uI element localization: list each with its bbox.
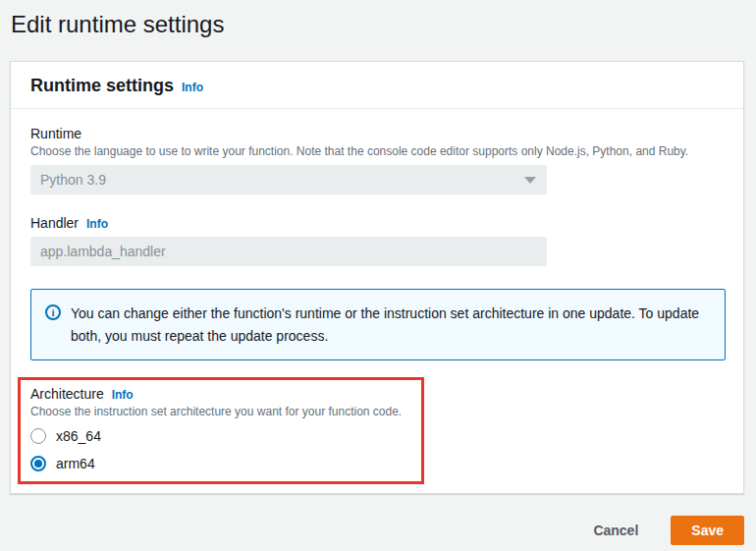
handler-info-link[interactable]: Info — [86, 217, 108, 231]
runtime-settings-info-link[interactable]: Info — [182, 81, 203, 94]
save-button[interactable]: Save — [671, 516, 744, 545]
radio-label-x86-64: x86_64 — [56, 428, 101, 444]
handler-field: Handler Info app.lambda_handler — [30, 214, 724, 266]
page-title: Edit runtime settings — [0, 0, 756, 39]
runtime-field: Runtime Choose the language to use to wr… — [30, 125, 724, 194]
annotation-highlight-box: Architecture Info Choose the instruction… — [18, 377, 424, 484]
panel-body: Runtime Choose the language to use to wr… — [11, 109, 743, 493]
runtime-description: Choose the language to use to write your… — [30, 143, 724, 159]
architecture-description: Choose the instruction set architecture … — [30, 404, 411, 419]
radio-button-icon[interactable] — [30, 456, 46, 471]
handler-label: Handler — [30, 214, 79, 232]
runtime-settings-panel: Runtime settings Info Runtime Choose the… — [10, 61, 744, 494]
handler-input: app.lambda_handler — [30, 237, 547, 266]
architecture-label: Architecture — [30, 385, 104, 403]
radio-button-icon[interactable] — [30, 428, 46, 444]
runtime-label: Runtime — [30, 125, 81, 142]
runtime-select: Python 3.9 — [30, 165, 547, 194]
cancel-button[interactable]: Cancel — [593, 523, 638, 538]
info-alert: i You can change either the function's r… — [30, 289, 726, 360]
panel-title: Runtime settings — [30, 76, 174, 96]
info-alert-text: You can change either the function's run… — [71, 303, 707, 348]
panel-header: Runtime settings Info — [11, 62, 743, 109]
radio-option-arm64[interactable]: arm64 — [30, 454, 411, 472]
footer-actions: Cancel Save — [10, 516, 744, 545]
runtime-select-value: Python 3.9 — [40, 172, 106, 188]
radio-option-x86-64[interactable]: x86_64 — [30, 426, 411, 445]
info-icon: i — [45, 304, 61, 320]
chevron-down-icon — [524, 177, 536, 184]
architecture-info-link[interactable]: Info — [112, 388, 134, 402]
radio-label-arm64: arm64 — [56, 456, 95, 471]
